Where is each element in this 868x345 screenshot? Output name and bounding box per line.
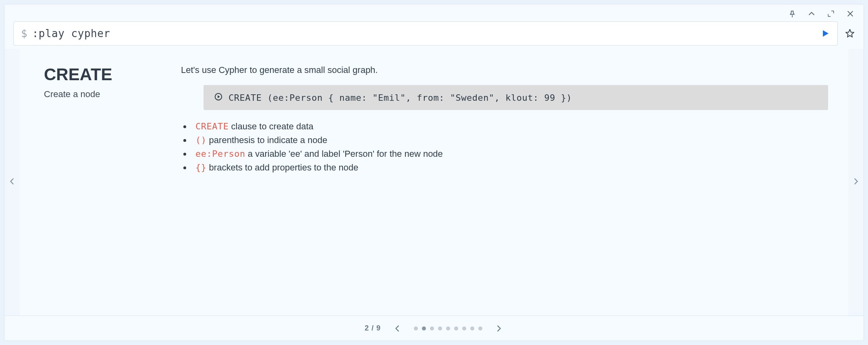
list-text: clause to create data <box>228 121 313 131</box>
code-inline: () <box>195 135 207 145</box>
list-text: brackets to add properties to the node <box>207 162 359 172</box>
result-frame: $ :play cypher CREATE Create a node Let'… <box>4 4 864 341</box>
play-circle-icon <box>214 92 223 103</box>
chevron-right-icon <box>851 177 860 187</box>
svg-marker-5 <box>218 95 220 98</box>
slide-next-side[interactable] <box>848 49 864 316</box>
page-dot[interactable] <box>422 326 426 330</box>
code-inline: CREATE <box>195 121 228 131</box>
slide-title: CREATE <box>44 65 173 84</box>
slide-intro: Let's use Cypher to generate a small soc… <box>181 65 828 75</box>
page-dot[interactable] <box>446 326 450 330</box>
favorite-icon[interactable] <box>845 29 855 38</box>
frame-controls <box>4 4 864 18</box>
pin-icon[interactable] <box>788 9 797 18</box>
command-input[interactable]: $ :play cypher <box>13 21 838 46</box>
code-inline: {} <box>195 162 207 172</box>
page-dot[interactable] <box>430 326 434 330</box>
page-dot[interactable] <box>454 326 458 330</box>
page-indicator: 2 / 9 <box>365 324 381 333</box>
page-dot[interactable] <box>470 326 474 330</box>
svg-marker-3 <box>846 29 854 37</box>
prompt-symbol: $ <box>21 27 27 39</box>
expand-icon[interactable] <box>826 9 835 18</box>
explain-list: CREATE clause to create data () parenthe… <box>181 120 828 175</box>
list-item: ee:Person a variable 'ee' and label 'Per… <box>191 147 828 161</box>
collapse-icon[interactable] <box>807 9 816 18</box>
list-item: {} brackets to add properties to the nod… <box>191 161 828 175</box>
code-block[interactable]: CREATE (ee:Person { name: "Emil", from: … <box>204 85 828 110</box>
page-prev-button[interactable] <box>393 324 402 333</box>
command-row: $ :play cypher <box>4 18 864 49</box>
page-dot[interactable] <box>478 326 482 330</box>
page-dot[interactable] <box>438 326 442 330</box>
list-item: () parenthesis to indicate a node <box>191 133 828 147</box>
list-item: CREATE clause to create data <box>191 120 828 133</box>
slide-subtitle: Create a node <box>44 89 173 100</box>
list-text: a variable 'ee' and label 'Person' for t… <box>245 149 443 159</box>
slide-panel: CREATE Create a node Let's use Cypher to… <box>20 49 848 316</box>
svg-marker-2 <box>823 30 829 37</box>
close-icon[interactable] <box>846 9 855 18</box>
list-text: parenthesis to indicate a node <box>207 135 328 145</box>
code-inline: ee:Person <box>195 149 245 159</box>
command-text: :play cypher <box>32 27 110 39</box>
page-dot[interactable] <box>462 326 466 330</box>
page-dot[interactable] <box>414 326 418 330</box>
slide-heading-col: CREATE Create a node <box>44 65 181 308</box>
slide-prev-side[interactable] <box>4 49 20 316</box>
slide-body-col: Let's use Cypher to generate a small soc… <box>181 65 828 308</box>
page-dots <box>414 326 482 330</box>
content-area: CREATE Create a node Let's use Cypher to… <box>4 49 864 316</box>
page-next-button[interactable] <box>494 324 503 333</box>
code-text: CREATE (ee:Person { name: "Emil", from: … <box>228 93 572 103</box>
run-button[interactable] <box>820 29 830 38</box>
chevron-left-icon <box>8 177 17 187</box>
pagination-footer: 2 / 9 <box>4 316 864 341</box>
